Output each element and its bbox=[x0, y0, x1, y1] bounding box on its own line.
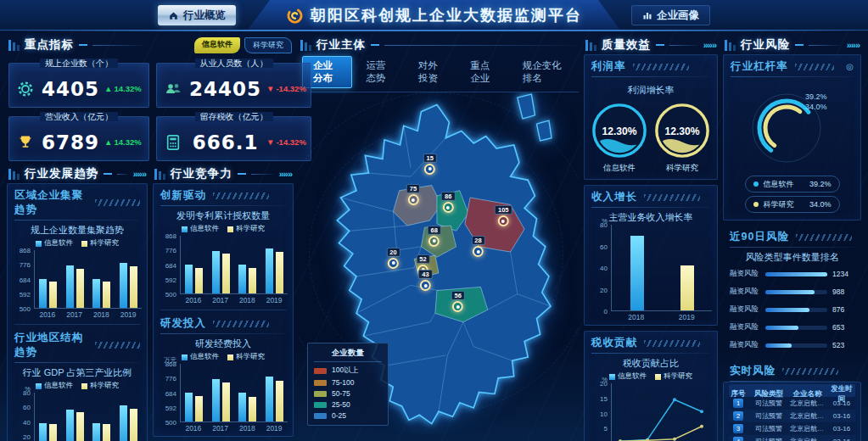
risk-rank-value: 653 bbox=[832, 323, 854, 332]
more-arrow[interactable]: »»» bbox=[133, 169, 146, 179]
map-marker[interactable]: 105 bbox=[495, 205, 512, 226]
filter-tag[interactable]: 科学研究 bbox=[244, 37, 292, 53]
risk-time: 03-16 bbox=[828, 425, 855, 433]
risk-time: 03-16 bbox=[828, 412, 855, 420]
panel-bars-icon bbox=[8, 40, 20, 51]
map-marker[interactable]: 28 bbox=[471, 236, 484, 257]
marker-value: 68 bbox=[428, 226, 441, 235]
panel-bars-icon bbox=[725, 40, 736, 51]
map-marker[interactable]: 43 bbox=[418, 270, 432, 291]
company-name: 北京启航卓越科技有限公司 bbox=[790, 399, 825, 408]
indicator-tags: 信息软件科学研究 bbox=[194, 37, 292, 53]
risk-time: 03-16 bbox=[828, 438, 855, 441]
more-arrow[interactable]: »»» bbox=[847, 40, 860, 50]
quality-benefit-panel: 质量效益 »»» 利润率 利润增长率 12.30% 信息软件 bbox=[584, 36, 718, 441]
chart-risk-ranking: 风险类型事件数量排名 融资风险 1234 融资风险 988 融资风险 876 融… bbox=[723, 248, 861, 360]
leverage-name: 信息软件 bbox=[764, 179, 794, 190]
district-exclave bbox=[518, 94, 535, 119]
marker-value: 43 bbox=[418, 270, 432, 279]
risk-rank-label: 融资风险 bbox=[730, 322, 760, 332]
table-header: 序号风险类型企业名称发生时间 bbox=[729, 384, 855, 397]
leverage-legend-item: 科学研究 34.0% bbox=[745, 196, 840, 213]
title-bar: 朝阳区科创规上企业大数据监测平台 bbox=[248, 0, 621, 31]
map-legend-row: 100以上 bbox=[314, 366, 382, 376]
tab-规企变化排名[interactable]: 规企变化排名 bbox=[512, 57, 575, 87]
legend-label: 0-25 bbox=[332, 411, 346, 420]
marker-value: 15 bbox=[423, 154, 437, 163]
map-legend: 企业数量 100以上 75-100 50-75 25-50 0-25 bbox=[307, 343, 389, 426]
target-icon[interactable]: ◎ bbox=[846, 62, 854, 71]
profit-section: 利润率 利润增长率 12.30% 信息软件 12.30% 科学研究 bbox=[584, 54, 718, 180]
pin-icon bbox=[452, 301, 463, 312]
industry-competitiveness-title: 行业竞争力 bbox=[171, 166, 232, 181]
pin-icon bbox=[443, 202, 454, 213]
filter-tag[interactable]: 信息软件 bbox=[194, 37, 240, 53]
profit-gauge: 12.30% 信息软件 bbox=[590, 101, 649, 174]
section-subtitle: 实时风险 bbox=[730, 364, 776, 378]
legend-swatch bbox=[314, 391, 327, 397]
table-row: 2 司法预警 北京启航卓越科技有限公司 03-16 bbox=[729, 410, 855, 422]
map-marker[interactable]: 15 bbox=[423, 154, 437, 175]
recent-risk-section: 近90日风险 风险类型事件数量排名 融资风险 1234 融资风险 988 融资风… bbox=[723, 226, 861, 360]
stat-label: 留存税收（亿元） bbox=[195, 112, 273, 121]
hatch-decoration bbox=[213, 321, 269, 327]
gear-icon bbox=[17, 81, 34, 98]
section-subtitle: 研发投入 bbox=[160, 316, 206, 331]
nav-enterprise-portrait[interactable]: 企业画像 bbox=[631, 5, 710, 25]
stat-label: 规上企业数（个） bbox=[40, 59, 118, 68]
top-bar: 行业概览 朝阳区科创规上企业大数据监测平台 企业画像 bbox=[0, 0, 868, 31]
risk-rank-value: 876 bbox=[832, 305, 854, 314]
tab-重点企业[interactable]: 重点企业 bbox=[460, 57, 508, 87]
leverage-donut-svg bbox=[736, 79, 849, 174]
marker-value: 56 bbox=[451, 291, 465, 300]
bar-chart-icon bbox=[642, 10, 652, 20]
row-index: 3 bbox=[733, 424, 743, 433]
hatch-decoration bbox=[795, 64, 834, 70]
calculator-icon bbox=[165, 134, 181, 151]
pin-icon bbox=[388, 258, 399, 269]
hatch-decoration bbox=[644, 340, 700, 347]
marker-value: 86 bbox=[441, 192, 455, 201]
pin-icon bbox=[420, 280, 431, 291]
stat-value: 4405 bbox=[42, 78, 99, 100]
main-grid: 重点指标 信息软件科学研究 规上企业数（个） 4405 ▲14.32% 从业人员… bbox=[0, 31, 868, 441]
more-arrow[interactable]: »»» bbox=[279, 169, 292, 179]
row-index: 4 bbox=[733, 437, 743, 441]
section-subtitle: 创新驱动 bbox=[160, 188, 206, 203]
stat-card: 规上企业数（个） 4405 ▲14.32% bbox=[8, 63, 149, 108]
realtime-risk-table: 序号风险类型企业名称发生时间 1 司法预警 北京启航卓越科技有限公司 03-16… bbox=[723, 382, 861, 441]
row-index: 1 bbox=[733, 399, 743, 408]
panel-bars-icon bbox=[154, 169, 165, 180]
legend-swatch bbox=[314, 402, 327, 408]
section-subtitle: 行业杠杆率 bbox=[731, 59, 788, 74]
more-arrow[interactable]: »»» bbox=[703, 40, 716, 50]
svg-text:12.30%: 12.30% bbox=[664, 126, 699, 137]
left-chart-panels: 行业发展趋势 »»» 区域企业集聚趋势 规上企业数量集聚趋势信息软件科学研究50… bbox=[7, 165, 294, 441]
map-marker[interactable]: 86 bbox=[441, 192, 455, 213]
risk-rank-label: 融资风险 bbox=[730, 304, 760, 315]
key-indicators-header: 重点指标 信息软件科学研究 bbox=[7, 36, 294, 54]
map-marker[interactable]: 56 bbox=[451, 291, 465, 312]
map-legend-row: 75-100 bbox=[314, 378, 382, 387]
risk-rank-label: 融资风险 bbox=[730, 269, 760, 279]
nav-industry-overview[interactable]: 行业概览 bbox=[158, 5, 236, 25]
gauge-chart-title: 利润增长率 bbox=[585, 77, 717, 98]
risk-rank-row: 融资风险 988 bbox=[730, 287, 854, 297]
profit-gauge: 12.30% 科学研究 bbox=[652, 101, 712, 174]
map-marker[interactable]: 68 bbox=[428, 226, 441, 247]
tab-运营态势[interactable]: 运营态势 bbox=[356, 57, 404, 87]
company-name: 北京启航卓越科技有限公司 bbox=[790, 411, 825, 421]
stat-label: 营业收入（亿元） bbox=[40, 112, 118, 121]
tab-对外投资[interactable]: 对外投资 bbox=[408, 57, 456, 87]
risk-rank-row: 融资风险 523 bbox=[730, 340, 854, 350]
map-marker[interactable]: 20 bbox=[386, 248, 400, 269]
leverage-legend-item: 信息软件 39.2% bbox=[745, 176, 840, 193]
nav-left-label: 行业概览 bbox=[183, 8, 226, 23]
risk-rank-row: 融资风险 1234 bbox=[730, 269, 854, 279]
income-growth-section: 收入增长 主营业务收入增长率%02040608020182019 bbox=[584, 185, 718, 326]
hatch-decoration bbox=[213, 193, 269, 199]
risk-rank-row: 融资风险 876 bbox=[730, 304, 854, 315]
industry-main-tabs: 企业分布运营态势对外投资重点企业规企变化排名 bbox=[299, 54, 579, 92]
industry-main-panel: 行业主体 企业分布运营态势对外投资重点企业规企变化排名 bbox=[299, 36, 579, 434]
map-marker[interactable]: 75 bbox=[406, 184, 420, 205]
